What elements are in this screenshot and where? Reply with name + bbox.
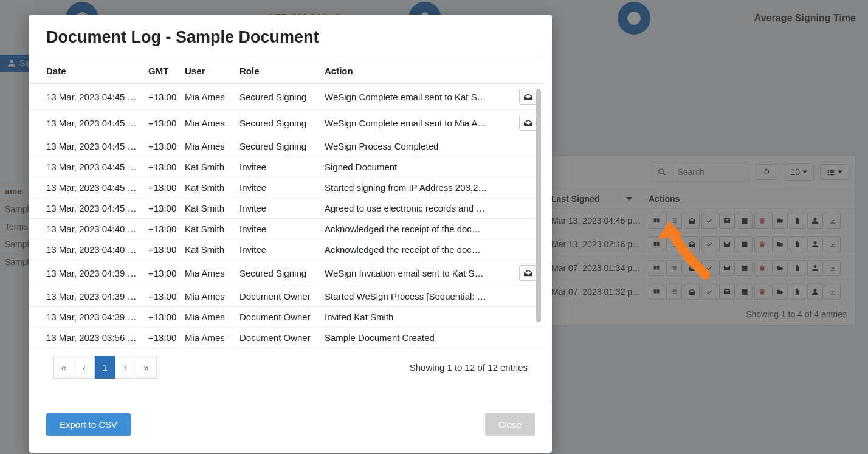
- col-role[interactable]: Role: [236, 58, 321, 84]
- log-cell-action: Sample Document Created: [321, 328, 515, 348]
- log-cell-gmt: +13:00: [145, 84, 181, 110]
- log-cell-user: Kat Smith: [181, 177, 236, 198]
- log-row: 13 Mar, 2023 04:45 p.m.+13:00Kat SmithIn…: [29, 198, 543, 219]
- log-cell-date: 13 Mar, 2023 04:45 p.m.: [29, 177, 145, 198]
- log-cell-user: Kat Smith: [181, 198, 236, 219]
- log-cell-user: Mia Ames: [181, 136, 236, 157]
- log-cell-role: Secured Signing: [236, 84, 321, 110]
- log-row: 13 Mar, 2023 04:45 p.m.+13:00Mia AmesSec…: [29, 84, 543, 110]
- log-cell-gmt: +13:00: [145, 328, 181, 348]
- log-cell-role: Document Owner: [236, 307, 321, 328]
- log-cell-user: Mia Ames: [181, 286, 236, 307]
- log-cell-role: Invitee: [236, 177, 321, 198]
- col-date[interactable]: Date: [29, 58, 145, 84]
- log-row: 13 Mar, 2023 04:45 p.m.+13:00Kat SmithIn…: [29, 157, 543, 177]
- log-cell-gmt: +13:00: [145, 260, 181, 286]
- open-envelope-icon: [524, 93, 532, 100]
- export-csv-button[interactable]: Export to CSV: [46, 413, 131, 436]
- log-cell-user: Kat Smith: [181, 239, 236, 260]
- log-cell-action: Acknowledged the receipt of the doc…: [321, 239, 515, 260]
- log-row: 13 Mar, 2023 04:40 p.m.+13:00Kat SmithIn…: [29, 219, 543, 239]
- log-cell-role: Secured Signing: [236, 136, 321, 157]
- log-cell-gmt: +13:00: [145, 239, 181, 260]
- log-cell-action: Agreed to use electronic records and …: [321, 198, 515, 219]
- pager-row: « ‹ 1 › » Showing 1 to 12 of 12 entries: [29, 348, 552, 381]
- log-cell-date: 13 Mar, 2023 03:56 p.m.: [29, 328, 145, 348]
- log-cell-date: 13 Mar, 2023 04:40 p.m.: [29, 239, 145, 260]
- log-table: Date GMT User Role Action 13 Mar, 2023 0…: [29, 58, 543, 348]
- log-cell-gmt: +13:00: [145, 136, 181, 157]
- pager-next[interactable]: ›: [115, 356, 136, 379]
- log-cell-role: Secured Signing: [236, 110, 321, 136]
- view-email-button[interactable]: [519, 115, 537, 131]
- pager-last[interactable]: »: [136, 356, 157, 379]
- log-row: 13 Mar, 2023 04:45 p.m.+13:00Mia AmesSec…: [29, 136, 543, 157]
- col-user[interactable]: User: [181, 58, 236, 84]
- log-cell-date: 13 Mar, 2023 04:40 p.m.: [29, 219, 145, 239]
- log-cell-action: Started WeSign Process [Sequential: …: [321, 286, 515, 307]
- log-cell-gmt: +13:00: [145, 307, 181, 328]
- log-cell-action: WeSign Complete email sent to Mia A…: [321, 110, 515, 136]
- pager: « ‹ 1 › »: [53, 356, 157, 379]
- pager-first[interactable]: «: [53, 356, 74, 379]
- log-cell-date: 13 Mar, 2023 04:45 p.m.: [29, 198, 145, 219]
- modal-footer: Export to CSV Close: [29, 401, 552, 453]
- pager-page-1[interactable]: 1: [95, 356, 115, 379]
- log-header-row: Date GMT User Role Action: [29, 58, 543, 84]
- col-action[interactable]: Action: [321, 58, 515, 84]
- log-cell-action: WeSign Process Completed: [321, 136, 515, 157]
- log-cell-user: Kat Smith: [181, 219, 236, 239]
- log-cell-gmt: +13:00: [145, 157, 181, 177]
- log-row: 13 Mar, 2023 03:56 p.m.+13:00Mia AmesDoc…: [29, 328, 543, 348]
- log-cell-role: Document Owner: [236, 286, 321, 307]
- log-cell-user: Mia Ames: [181, 328, 236, 348]
- log-row: 13 Mar, 2023 04:45 p.m.+13:00Mia AmesSec…: [29, 110, 543, 136]
- log-cell-date: 13 Mar, 2023 04:45 p.m.: [29, 136, 145, 157]
- log-cell-role: Invitee: [236, 219, 321, 239]
- log-cell-action: Invited Kat Smith: [321, 307, 515, 328]
- log-cell-action: WeSign Invitation email sent to Kat S…: [321, 260, 515, 286]
- log-cell-role: Secured Signing: [236, 260, 321, 286]
- log-cell-action: Signed Document: [321, 157, 515, 177]
- log-cell-date: 13 Mar, 2023 04:45 p.m.: [29, 84, 145, 110]
- log-cell-date: 13 Mar, 2023 04:39 p.m.: [29, 286, 145, 307]
- document-log-modal: Document Log - Sample Document Date GMT …: [29, 15, 552, 453]
- log-cell-action: Acknowledged the receipt of the doc…: [321, 219, 515, 239]
- log-cell-gmt: +13:00: [145, 177, 181, 198]
- log-table-wrap: Date GMT User Role Action 13 Mar, 2023 0…: [29, 58, 543, 348]
- log-cell-date: 13 Mar, 2023 04:45 p.m.: [29, 157, 145, 177]
- modal-body: Date GMT User Role Action 13 Mar, 2023 0…: [29, 58, 552, 390]
- log-row: 13 Mar, 2023 04:40 p.m.+13:00Kat SmithIn…: [29, 239, 543, 260]
- log-cell-user: Mia Ames: [181, 110, 236, 136]
- view-email-button[interactable]: [519, 89, 537, 105]
- close-button[interactable]: Close: [485, 413, 535, 436]
- col-gmt[interactable]: GMT: [145, 58, 181, 84]
- log-cell-date: 13 Mar, 2023 04:45 p.m.: [29, 110, 145, 136]
- log-cell-role: Invitee: [236, 198, 321, 219]
- open-envelope-icon: [524, 119, 532, 126]
- log-row: 13 Mar, 2023 04:45 p.m.+13:00Kat SmithIn…: [29, 177, 543, 198]
- log-cell-action: Started signing from IP Address 203.2…: [321, 177, 515, 198]
- entries-text: Showing 1 to 12 of 12 entries: [410, 362, 528, 373]
- log-cell-gmt: +13:00: [145, 219, 181, 239]
- log-cell-date: 13 Mar, 2023 04:39 p.m.: [29, 307, 145, 328]
- view-email-button[interactable]: [519, 265, 537, 281]
- log-cell-role: Invitee: [236, 157, 321, 177]
- log-cell-user: Kat Smith: [181, 157, 236, 177]
- log-cell-gmt: +13:00: [145, 110, 181, 136]
- log-cell-user: Mia Ames: [181, 307, 236, 328]
- scrollbar-thumb[interactable]: [536, 89, 541, 322]
- log-cell-role: Invitee: [236, 239, 321, 260]
- log-cell-role: Document Owner: [236, 328, 321, 348]
- log-row: 13 Mar, 2023 04:39 p.m.+13:00Mia AmesSec…: [29, 260, 543, 286]
- open-envelope-icon: [524, 269, 532, 277]
- log-row: 13 Mar, 2023 04:39 p.m.+13:00Mia AmesDoc…: [29, 307, 543, 328]
- pager-prev[interactable]: ‹: [74, 356, 95, 379]
- modal-title: Document Log - Sample Document: [29, 15, 552, 58]
- log-cell-action: WeSign Complete email sent to Kat S…: [321, 84, 515, 110]
- log-cell-user: Mia Ames: [181, 260, 236, 286]
- log-cell-gmt: +13:00: [145, 286, 181, 307]
- log-cell-gmt: +13:00: [145, 198, 181, 219]
- log-cell-user: Mia Ames: [181, 84, 236, 110]
- log-scrollbar[interactable]: [536, 89, 541, 342]
